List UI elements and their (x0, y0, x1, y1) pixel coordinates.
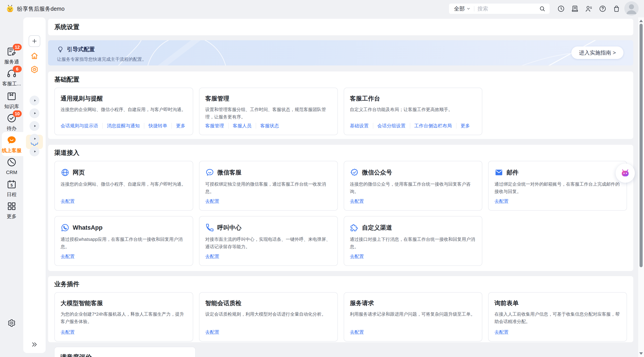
card-title: 呼叫中心 (217, 224, 242, 231)
configure-link[interactable]: 去配置 (60, 198, 75, 204)
monitor-hex-eye-icon[interactable] (30, 65, 39, 74)
sidebar-item-label: 线上客服 (0, 148, 23, 153)
card-link[interactable]: 会话规则与提示语 (60, 123, 98, 129)
play-icon (33, 98, 37, 103)
link-divider (256, 123, 256, 129)
card-link[interactable]: 基础设置 (350, 123, 369, 129)
configure-link[interactable]: 去配置 (205, 253, 219, 260)
ai-robot-float-button[interactable] (616, 164, 635, 183)
play-icon (33, 124, 37, 128)
guide-banner: 引导式配置 让服务专家指导您快速完成主干流程的配置。 进入实施指南 > (48, 40, 633, 65)
scroll-up-arrow[interactable] (639, 20, 643, 22)
feature-card: 大模型智能客服为您的企业创建7*24h客服机器人，释放人工客服生产力，提升客户服… (54, 292, 193, 342)
configure-link[interactable]: 去配置 (205, 329, 219, 335)
puzzle-icon (350, 223, 359, 232)
configure-link[interactable]: 去配置 (60, 329, 75, 335)
card-description: 通过绑定企业统一对外的邮箱账号，在客服工作台上完成邮件的接收与回复。 (494, 181, 621, 195)
scrollbar[interactable] (638, 17, 644, 357)
feature-card: 微信公众号连接您的微信公众号，使用客服工作台统一接收与回复客户咨询。去配置 (344, 161, 482, 211)
collapsed-app-1[interactable] (30, 96, 39, 105)
notification-badge: 12 (13, 44, 22, 50)
card-title: 智能会话质检 (205, 299, 242, 307)
scroll-down-arrow[interactable] (639, 352, 643, 355)
card-description: 通过接口对接上下行消息，在客服工作台统一接收和回复用户消息。 (350, 236, 477, 250)
link-divider (456, 123, 456, 129)
card-link[interactable]: 快捷转单 (148, 123, 167, 129)
primary-sidebar: 12服务通6客服工...知识库10待办线上客服CRM5日程更多 (0, 17, 23, 357)
svg-text:5: 5 (10, 183, 13, 187)
sidebar-item-5[interactable]: 线上客服 (0, 135, 23, 153)
page-title: 系统设置 (54, 23, 80, 31)
sidebar-item-1[interactable]: 12服务通 (0, 46, 23, 65)
card-description: 为您的企业创建7*24h客服机器人，释放人工客服生产力，提升客户服务体验。 (60, 311, 188, 325)
page-title-bar: 系统设置 (48, 19, 633, 35)
seal-check-icon (350, 168, 359, 177)
link-divider (102, 123, 103, 129)
calendar-5-icon: 5 (6, 179, 17, 189)
card-title: 微信客服 (217, 169, 242, 176)
configure-link[interactable]: 去配置 (60, 253, 75, 260)
collapsed-app-3[interactable] (30, 121, 39, 131)
knowledge-box-icon (6, 91, 17, 101)
sidebar-item-3[interactable]: 知识库 (0, 91, 23, 109)
bulb-icon (57, 46, 64, 53)
configure-link[interactable]: 去配置 (205, 198, 219, 204)
home-icon[interactable] (30, 51, 39, 60)
card-description: 自定义工作台功能及布局；让客服工作更高效顺手。 (350, 106, 477, 113)
section-plugins: 业务插件大模型智能客服为您的企业创建7*24h客服机器人，释放人工客服生产力，提… (48, 276, 633, 342)
banner-subtitle: 让服务专家指导您快速完成主干流程的配置。 (57, 56, 146, 62)
sidebar-item-label: 服务通 (0, 59, 23, 65)
section-channels: 渠道接入网页连接您的企业网站、微信小程序、自建应用，与客户即时沟通。去配置微信客… (48, 145, 633, 271)
plus-icon (31, 38, 38, 44)
sidebar-item-2[interactable]: 6客服工... (0, 68, 23, 87)
sidebar-item-label: 知识库 (0, 104, 23, 109)
card-link[interactable]: 消息提醒与通知 (107, 123, 140, 129)
card-link[interactable]: 客服状态 (260, 123, 279, 129)
settings-gear-icon[interactable] (8, 319, 16, 327)
section-title: 基础配置 (48, 71, 633, 83)
collapsed-app-5[interactable] (30, 147, 39, 156)
main-content: 系统设置 引导式配置 让服务专家指导您快速完成主干流程的配置。 进入实施指南 >… (48, 0, 633, 357)
collapsed-app-2[interactable] (30, 108, 39, 118)
sidebar-item-label: 待办 (0, 126, 23, 131)
scroll-thumb[interactable] (640, 24, 643, 267)
play-icon (33, 111, 37, 115)
configure-link[interactable]: 去配置 (494, 198, 508, 204)
sidebar-item-8[interactable]: 更多 (0, 201, 23, 219)
section-title: 业务插件 (48, 276, 633, 288)
card-link[interactable]: 客服人员 (233, 123, 252, 129)
feature-card: 网页连接您的企业网站、微信小程序、自建应用，与客户即时沟通。去配置 (54, 161, 193, 211)
feature-card: 微信客服可授权绑定独立使用的微信客服，通过客服工作台统一收发消息。去配置 (199, 161, 338, 211)
configure-link[interactable]: 去配置 (350, 329, 364, 335)
configure-link[interactable]: 去配置 (350, 198, 364, 204)
card-description: 设置和管理客服分组、工作时间、客服状态，规范客服团队管理，让服务更有序。 (205, 106, 332, 121)
card-link[interactable]: 更多 (176, 123, 185, 129)
card-link[interactable]: 更多 (461, 123, 470, 129)
sidebar-item-6[interactable]: CRM (0, 157, 23, 175)
collapsed-app-4[interactable] (30, 134, 39, 144)
add-button[interactable] (28, 35, 40, 47)
card-title: 网页 (73, 169, 85, 176)
phone-icon (205, 223, 214, 232)
notification-badge: 6 (13, 66, 22, 72)
wechat-chat-icon (205, 168, 214, 177)
feature-card-partial: 满意度评价 (54, 347, 196, 357)
collapse-chevrons-icon[interactable] (31, 341, 38, 348)
globe-icon (60, 168, 70, 177)
card-link[interactable]: 客服管理 (205, 123, 224, 129)
configure-link[interactable]: 去配置 (494, 329, 508, 335)
sidebar-item-7[interactable]: 5日程 (0, 179, 23, 198)
implementation-guide-button[interactable]: 进入实施指南 > (571, 46, 624, 59)
feature-card: 服务请求利用服务请求记录和跟进用户问题，可将复杂问题升级至工单。去配置 (344, 292, 482, 342)
play-icon (33, 136, 37, 141)
grid-icon (6, 201, 17, 211)
configure-link[interactable]: 去配置 (350, 253, 364, 260)
card-link[interactable]: 工作台侧边栏布局 (414, 123, 452, 129)
sidebar-item-label: 更多 (0, 214, 23, 219)
sidebar-item-4[interactable]: 10待办 (0, 113, 23, 131)
card-link[interactable]: 会话分组设置 (378, 123, 406, 129)
card-description: 设定会话质检规则，利用大模型对会话进行全量自动化分析。 (205, 311, 332, 318)
mail-icon (494, 168, 503, 177)
sidebar-item-label: 日程 (0, 192, 23, 198)
section-title: 渠道接入 (48, 145, 633, 156)
